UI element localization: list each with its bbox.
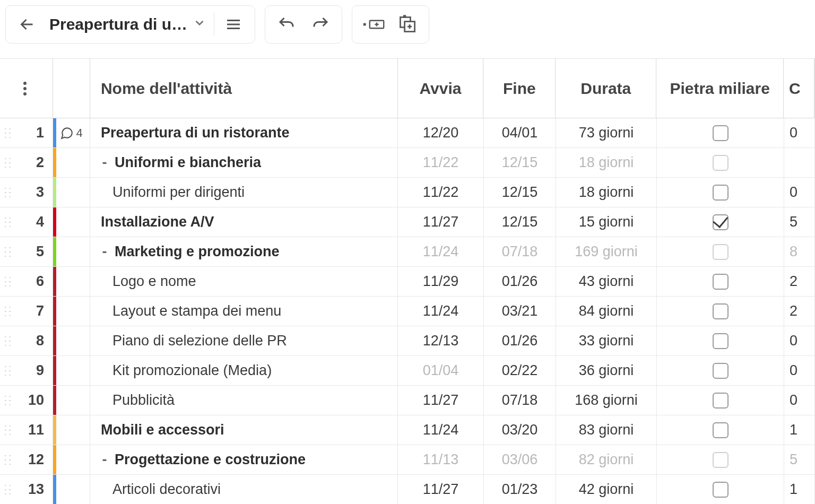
milestone-checkbox[interactable] [713,303,729,319]
header-duration[interactable]: Durata [556,59,656,118]
task-name-cell[interactable]: Installazione A/V [90,207,398,237]
insert-task-button[interactable] [357,7,391,41]
collapse-toggle-icon[interactable]: - [101,244,108,260]
end-date-cell[interactable]: 12/15 [484,207,556,237]
c-cell[interactable]: 0 [784,356,815,385]
milestone-checkbox[interactable] [713,363,729,379]
drag-handle-icon[interactable]: ∷∷ [4,218,12,227]
project-title-dropdown[interactable]: Preapertura di u… [44,15,212,33]
end-date-cell[interactable]: 03/06 [484,445,556,474]
end-date-cell[interactable]: 01/26 [484,326,556,355]
end-date-cell[interactable]: 03/21 [484,297,556,326]
milestone-checkbox[interactable] [713,274,729,290]
task-name-cell[interactable]: Kit promozionale (Media) [90,356,398,385]
start-date-cell[interactable]: 11/27 [398,207,484,237]
row-number-cell[interactable]: ∷∷1 [0,118,53,147]
drag-handle-icon[interactable]: ∷∷ [4,396,12,405]
drag-handle-icon[interactable]: ∷∷ [4,188,12,197]
milestone-checkbox[interactable] [713,244,729,260]
duration-cell[interactable]: 169 giorni [556,237,657,266]
comment-cell[interactable]: 4 [53,118,90,147]
duration-cell[interactable]: 42 giorni [556,475,657,504]
drag-handle-icon[interactable]: ∷∷ [4,159,12,167]
back-button[interactable] [10,7,44,41]
milestone-checkbox[interactable] [713,333,729,349]
c-cell[interactable]: 0 [784,326,815,355]
table-row[interactable]: ∷∷13Articoli decorativi11/2701/2342 gior… [0,475,815,504]
c-cell[interactable]: 0 [784,386,815,415]
duration-cell[interactable]: 83 giorni [556,415,657,445]
start-date-cell[interactable]: 11/29 [398,267,484,296]
row-number-cell[interactable]: ∷∷11 [0,415,53,445]
comment-cell[interactable] [53,445,90,474]
task-name-cell[interactable]: Uniformi per dirigenti [90,178,398,207]
table-row[interactable]: ∷∷11Mobili e accessori11/2403/2083 giorn… [0,415,815,445]
end-date-cell[interactable]: 03/20 [484,415,556,445]
header-c[interactable]: C [784,59,814,118]
end-date-cell[interactable]: 12/15 [484,148,556,177]
c-cell[interactable]: 2 [784,297,815,326]
comment-cell[interactable] [53,386,90,415]
table-row[interactable]: ∷∷7Layout e stampa dei menu11/2403/2184 … [0,297,815,326]
row-number-cell[interactable]: ∷∷3 [0,178,53,207]
drag-handle-icon[interactable]: ∷∷ [4,367,12,375]
row-number-cell[interactable]: ∷∷9 [0,356,53,385]
row-number-cell[interactable]: ∷∷4 [0,207,53,237]
duration-cell[interactable]: 15 giorni [556,207,657,237]
comment-cell[interactable] [53,475,90,504]
duration-cell[interactable]: 36 giorni [556,356,657,385]
collapse-toggle-icon[interactable]: - [101,451,108,468]
drag-handle-icon[interactable]: ∷∷ [4,485,12,494]
task-name-cell[interactable]: Mobili e accessori [90,415,398,445]
c-cell[interactable]: 0 [784,118,815,147]
comment-cell[interactable] [53,148,90,177]
c-cell[interactable]: 1 [784,415,815,445]
start-date-cell[interactable]: 01/04 [398,356,484,385]
milestone-checkbox[interactable] [713,214,729,230]
c-cell[interactable]: 0 [784,178,815,207]
collapse-toggle-icon[interactable]: - [101,154,108,171]
start-date-cell[interactable]: 12/20 [398,118,484,147]
comment-cell[interactable] [53,415,90,445]
row-number-cell[interactable]: ∷∷7 [0,297,53,326]
duration-cell[interactable]: 33 giorni [556,326,657,355]
start-date-cell[interactable]: 11/24 [398,237,484,266]
start-date-cell[interactable]: 11/22 [398,178,484,207]
row-number-cell[interactable]: ∷∷10 [0,386,53,415]
start-date-cell[interactable]: 11/27 [398,386,484,415]
header-name[interactable]: Nome dell'attività [90,59,398,118]
drag-handle-icon[interactable]: ∷∷ [4,129,12,137]
header-milestone[interactable]: Pietra miliare [656,59,784,118]
row-number-cell[interactable]: ∷∷6 [0,267,53,296]
milestone-checkbox[interactable] [713,185,729,201]
task-name-cell[interactable]: -Marketing e promozione [90,237,398,266]
duration-cell[interactable]: 18 giorni [556,178,657,207]
table-row[interactable]: ∷∷5-Marketing e promozione11/2407/18169 … [0,237,815,267]
comment-cell[interactable] [53,297,90,326]
task-name-cell[interactable]: Articoli decorativi [90,475,398,504]
table-row[interactable]: ∷∷4Installazione A/V11/2712/1515 giorni5 [0,207,815,237]
task-name-cell[interactable]: Piano di selezione delle PR [90,326,398,355]
row-number-cell[interactable]: ∷∷12 [0,445,53,474]
duration-cell[interactable]: 43 giorni [556,267,657,296]
milestone-checkbox[interactable] [713,482,729,498]
row-number-cell[interactable]: ∷∷8 [0,326,53,355]
table-row[interactable]: ∷∷14Preapertura di un ristorante12/2004/… [0,118,815,148]
duration-cell[interactable]: 73 giorni [556,118,657,147]
table-row[interactable]: ∷∷9Kit promozionale (Media)01/0402/2236 … [0,356,815,386]
duration-cell[interactable]: 82 giorni [556,445,657,474]
start-date-cell[interactable]: 11/22 [398,148,484,177]
table-row[interactable]: ∷∷3Uniformi per dirigenti11/2212/1518 gi… [0,178,815,207]
comment-cell[interactable] [53,356,90,385]
c-cell[interactable]: 8 [784,237,815,266]
end-date-cell[interactable]: 07/18 [484,386,556,415]
row-number-cell[interactable]: ∷∷5 [0,237,53,266]
milestone-checkbox[interactable] [713,155,729,171]
undo-button[interactable] [270,7,304,41]
header-start[interactable]: Avvia [398,59,484,118]
drag-handle-icon[interactable]: ∷∷ [4,456,12,464]
comment-cell[interactable] [53,237,90,266]
comment-badge[interactable]: 4 [60,126,82,140]
start-date-cell[interactable]: 11/24 [398,297,484,326]
drag-handle-icon[interactable]: ∷∷ [4,307,12,316]
